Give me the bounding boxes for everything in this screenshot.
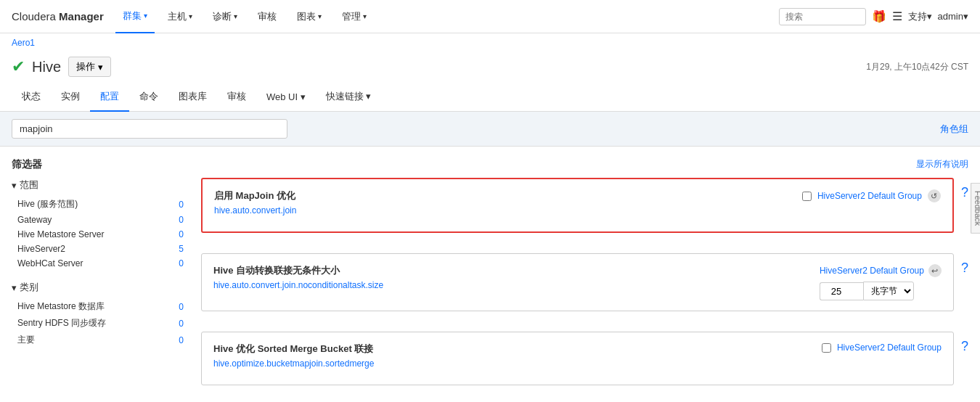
config-item-3-controls: HiveServer2 Default Group xyxy=(822,342,942,353)
service-status-icon: ✔ xyxy=(12,57,25,76)
config-item-2-number-unit: 字节 千字节 兆字节 吉字节 xyxy=(820,282,942,300)
list-icon[interactable]: ☰ xyxy=(892,9,902,23)
service-header-left: ✔ Hive 操作 ▾ xyxy=(12,57,111,77)
tab-quicklinks[interactable]: 快速链接 ▾ xyxy=(316,83,382,112)
sidebar: 筛选器 ▾ 范围 Hive (服务范围) 0 Gateway 0 Hive Me… xyxy=(12,158,189,402)
sidebar-item-hive-service[interactable]: Hive (服务范围) 0 xyxy=(12,196,189,213)
config-item-2-group-row: HiveServer2 Default Group ↩ xyxy=(820,264,942,277)
tab-audit[interactable]: 审核 xyxy=(217,83,256,112)
sidebar-item-sentry-hdfs[interactable]: Sentry HDFS 同步缓存 0 xyxy=(12,315,189,332)
service-timestamp: 1月29, 上午10点42分 CST xyxy=(866,61,968,73)
config-item-3-checkbox[interactable] xyxy=(822,343,831,353)
config-item-1-help-icon[interactable]: ? xyxy=(954,178,968,200)
tab-chartlib[interactable]: 图表库 xyxy=(168,83,217,112)
sidebar-section-category-header[interactable]: ▾ 类别 xyxy=(12,281,189,294)
service-title: Hive xyxy=(32,59,61,75)
sidebar-title: 筛选器 xyxy=(12,158,189,171)
feedback-tab[interactable]: Feedback xyxy=(971,183,980,234)
top-navigation: Cloudera Manager 群集▾ 主机▾ 诊断▾ 审核 图表▾ 管理▾ … xyxy=(0,0,980,33)
config-item-3-key[interactable]: hive.optimize.bucketmapjoin.sortedmerge xyxy=(213,358,374,369)
nav-charts[interactable]: 图表▾ xyxy=(290,0,329,33)
config-item-3: Hive 优化 Sorted Merge Bucket 联接 hive.opti… xyxy=(201,332,954,385)
service-header: ✔ Hive 操作 ▾ 1月29, 上午10点42分 CST xyxy=(0,52,980,83)
config-item-1-checkbox[interactable] xyxy=(802,192,812,201)
config-area: 显示所有说明 启用 MapJoin 优化 hive.auto.convert.j… xyxy=(201,158,968,402)
config-item-3-left: Hive 优化 Sorted Merge Bucket 联接 hive.opti… xyxy=(213,342,374,374)
search-bar-row: 角色组 xyxy=(0,112,980,147)
config-item-1-controls: HiveServer2 Default Group ↺ xyxy=(802,189,941,202)
support-menu[interactable]: 支持▾ xyxy=(908,10,932,23)
admin-menu[interactable]: admin▾ xyxy=(938,11,968,22)
config-item-3-checkbox-container xyxy=(822,343,831,353)
sidebar-item-hive-metastore-db[interactable]: Hive Metastore 数据库 0 xyxy=(12,298,189,315)
config-item-2-key[interactable]: hive.auto.convert.join.noconditionaltask… xyxy=(213,280,383,290)
gift-icon[interactable]: 🎁 xyxy=(872,9,886,23)
config-item-wrapper-1: 启用 MapJoin 优化 hive.auto.convert.join Hiv… xyxy=(201,178,968,243)
brand-cloudera: Cloudera xyxy=(12,10,56,22)
tab-instances[interactable]: 实例 xyxy=(51,83,90,112)
config-item-2-left: Hive 自动转换联接无条件大小 hive.auto.convert.join.… xyxy=(213,264,383,296)
sidebar-item-hiveserver2[interactable]: HiveServer2 5 xyxy=(12,242,189,256)
config-item-3-help-icon[interactable]: ? xyxy=(954,332,968,354)
nav-audit[interactable]: 审核 xyxy=(250,0,284,33)
sidebar-section-scope: ▾ 范围 Hive (服务范围) 0 Gateway 0 Hive Metast… xyxy=(12,179,189,271)
main-content: 筛选器 ▾ 范围 Hive (服务范围) 0 Gateway 0 Hive Me… xyxy=(0,147,980,402)
tab-commands[interactable]: 命令 xyxy=(129,83,168,112)
config-item-3-title: Hive 优化 Sorted Merge Bucket 联接 xyxy=(213,342,374,356)
config-item-1: 启用 MapJoin 优化 hive.auto.convert.join Hiv… xyxy=(201,178,954,233)
config-item-2-unit-select[interactable]: 字节 千字节 兆字节 吉字节 xyxy=(863,282,914,300)
config-item-1-left: 启用 MapJoin 优化 hive.auto.convert.join xyxy=(214,189,296,221)
sidebar-section-scope-header[interactable]: ▾ 范围 xyxy=(12,179,189,192)
breadcrumb[interactable]: Aero1 xyxy=(0,33,980,52)
brand-logo: Cloudera Manager xyxy=(12,10,104,22)
config-item-2: Hive 自动转换联接无条件大小 hive.auto.convert.join.… xyxy=(201,253,954,311)
sidebar-item-main[interactable]: 主要 0 xyxy=(12,332,189,348)
config-item-1-reset-btn[interactable]: ↺ xyxy=(928,189,941,202)
sidebar-item-hive-metastore[interactable]: Hive Metastore Server 0 xyxy=(12,227,189,242)
nav-cluster[interactable]: 群集▾ xyxy=(115,0,155,33)
tab-config[interactable]: 配置 xyxy=(90,83,129,112)
tab-webui[interactable]: Web UI ▾ xyxy=(256,84,316,111)
nav-manage[interactable]: 管理▾ xyxy=(335,0,374,33)
config-item-2-group[interactable]: HiveServer2 Default Group xyxy=(820,266,924,276)
config-item-1-row: 启用 MapJoin 优化 hive.auto.convert.join Hiv… xyxy=(214,189,941,221)
config-item-1-key[interactable]: hive.auto.convert.join xyxy=(214,205,296,216)
ops-button[interactable]: 操作 ▾ xyxy=(68,57,111,77)
sidebar-item-gateway[interactable]: Gateway 0 xyxy=(12,213,189,227)
config-item-2-right: HiveServer2 Default Group ↩ 字节 千字节 兆字节 吉… xyxy=(820,264,942,300)
nav-diagnostics[interactable]: 诊断▾ xyxy=(205,0,245,33)
config-item-2-row: Hive 自动转换联接无条件大小 hive.auto.convert.join.… xyxy=(213,264,942,300)
config-item-2-number-input[interactable] xyxy=(820,282,863,300)
brand-manager: Manager xyxy=(59,10,104,22)
config-item-1-checkbox-container xyxy=(802,192,812,201)
config-search-input[interactable] xyxy=(12,119,287,139)
tab-bar: 状态 实例 配置 命令 图表库 审核 Web UI ▾ 快速链接 ▾ xyxy=(0,83,980,112)
role-group-link[interactable]: 角色组 xyxy=(940,123,968,136)
config-item-wrapper-2: Hive 自动转换联接无条件大小 hive.auto.convert.join.… xyxy=(201,253,968,321)
config-item-wrapper-3: Hive 优化 Sorted Merge Bucket 联接 hive.opti… xyxy=(201,332,968,395)
nav-host[interactable]: 主机▾ xyxy=(160,0,200,33)
config-item-3-row: Hive 优化 Sorted Merge Bucket 联接 hive.opti… xyxy=(213,342,942,374)
config-item-1-group[interactable]: HiveServer2 Default Group xyxy=(817,191,922,201)
sidebar-item-webhcat[interactable]: WebHCat Server 0 xyxy=(12,256,189,271)
config-item-2-reset-btn[interactable]: ↩ xyxy=(928,264,942,277)
sidebar-section-category: ▾ 类别 Hive Metastore 数据库 0 Sentry HDFS 同步… xyxy=(12,281,189,348)
config-item-1-title: 启用 MapJoin 优化 xyxy=(214,189,296,202)
tab-status[interactable]: 状态 xyxy=(12,83,51,112)
top-search-input[interactable] xyxy=(779,8,866,25)
config-item-2-help-icon[interactable]: ? xyxy=(954,253,968,276)
config-item-2-title: Hive 自动转换联接无条件大小 xyxy=(213,264,383,277)
config-item-3-group[interactable]: HiveServer2 Default Group xyxy=(837,342,942,353)
show-all-desc-link[interactable]: 显示所有说明 xyxy=(201,158,968,171)
